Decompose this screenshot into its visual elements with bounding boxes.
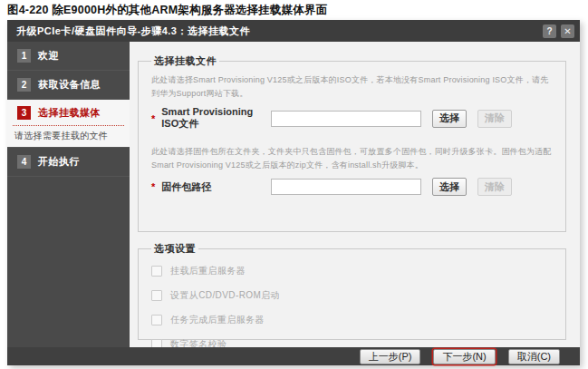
iso-file-label-text: Smart Provisioning ISO文件 [161,106,271,131]
active-step-divider [13,125,124,126]
select-mount-file-group: 选择挂载文件 此处请选择Smart Provisioning V125或之后版本… [138,54,566,232]
group-legend: 选择挂载文件 [151,54,219,68]
step-item-welcome[interactable]: 1 欢迎 [7,42,130,71]
firmware-clear-button[interactable]: 清除 [477,178,512,196]
checkbox-row-digital-signature: 数字签名校验 [151,338,551,347]
main-content: 选择挂载文件 此处请选择Smart Provisioning V125或之后版本… [130,42,580,347]
step-item-execute[interactable]: 4 开始执行 [7,148,130,177]
help-icon[interactable]: ? [543,24,556,38]
prev-button[interactable]: 上一步(P) [360,349,421,364]
group-legend: 选项设置 [151,242,198,256]
step-label: 欢迎 [38,49,59,63]
required-mark: * [151,113,155,124]
dialog-footer: 上一步(P) 下一步(N) 取消(C) [7,347,580,365]
checkbox-row-restart-after-mount: 挂载后重启服务器 [151,265,551,277]
step-item-select-media[interactable]: 3 选择挂载媒体 请选择需要挂载的文件 [7,100,130,148]
firmware-path-label: * 固件包路径 [151,180,271,194]
figure-title: 除E9000H外的其他ARM架构服务器选择挂载媒体界面 [52,4,327,16]
iso-file-field-row: * Smart Provisioning ISO文件 选择 清除 [151,106,554,131]
dialog-titlebar: 升级PCIe卡/硬盘固件向导-步骤4.3：选择挂载文件 ? ✕ [7,20,580,42]
iso-file-input[interactable] [271,111,421,127]
figure-number: 图4-220 [7,4,49,16]
wizard-steps-sidebar: 1 欢迎 2 获取设备信息 3 选择挂载媒体 请选择需要挂载的文件 4 [7,42,130,347]
iso-clear-button[interactable]: 清除 [477,110,512,128]
step-number-badge: 4 [17,155,31,169]
cancel-button[interactable]: 取消(C) [508,349,560,364]
checkbox-digital-signature[interactable] [151,339,162,347]
step-number-badge: 3 [17,106,31,120]
iso-file-description: 此处请选择Smart Provisioning V125或之后版本的ISO文件，… [151,73,553,101]
checkbox-boot-from-cddvd[interactable] [151,290,162,301]
active-step-subtitle: 请选择需要挂载的文件 [7,128,130,144]
close-icon[interactable]: ✕ [561,24,574,38]
checkbox-restart-after-task[interactable] [151,315,162,325]
next-button[interactable]: 下一步(N) [433,349,495,364]
step-number-badge: 1 [17,49,31,63]
firmware-path-label-text: 固件包路径 [161,180,211,194]
active-step-row: 3 选择挂载媒体 [7,100,130,125]
dialog-title: 升级PCIe卡/硬盘固件向导-步骤4.3：选择挂载文件 [16,24,250,38]
firmware-path-field-row: * 固件包路径 选择 清除 [151,178,554,196]
firmware-path-description: 此处请选择固件包所在文件夹，文件夹中只包含固件包，可放置多个固件包，同时升级多张… [151,145,553,172]
step-label: 开始执行 [38,155,80,169]
step-label: 选择挂载媒体 [38,106,101,120]
checkbox-label: 挂载后重启服务器 [170,265,246,277]
checkbox-label: 数字签名校验 [170,338,227,347]
iso-file-label: * Smart Provisioning ISO文件 [151,106,271,131]
option-settings-group: 选项设置 挂载后重启服务器 设置从CD/DVD-ROM启动 任务完成后重启服务器 [138,242,566,340]
checkbox-label: 任务完成后重启服务器 [170,314,265,326]
step-number-badge: 2 [17,78,31,92]
page: 图4-220 除E9000H外的其他ARM架构服务器选择挂载媒体界面 升级PCI… [0,0,588,369]
iso-select-button[interactable]: 选择 [432,110,467,128]
checkbox-label: 设置从CD/DVD-ROM启动 [170,289,280,302]
titlebar-buttons: ? ✕ [543,24,574,38]
firmware-select-button[interactable]: 选择 [432,178,467,196]
wizard-dialog: 升级PCIe卡/硬盘固件向导-步骤4.3：选择挂载文件 ? ✕ 1 欢迎 2 获… [7,20,580,365]
firmware-path-input[interactable] [271,179,421,195]
required-mark: * [151,181,155,192]
checkbox-row-boot-from-cddvd: 设置从CD/DVD-ROM启动 [151,289,551,302]
dialog-body: 1 欢迎 2 获取设备信息 3 选择挂载媒体 请选择需要挂载的文件 4 [7,42,580,347]
checkbox-restart-after-mount[interactable] [151,266,162,277]
checkbox-row-restart-after-task: 任务完成后重启服务器 [151,314,551,326]
step-item-device-info[interactable]: 2 获取设备信息 [7,71,130,100]
figure-caption: 图4-220 除E9000H外的其他ARM架构服务器选择挂载媒体界面 [7,3,327,18]
step-label: 获取设备信息 [38,78,101,92]
